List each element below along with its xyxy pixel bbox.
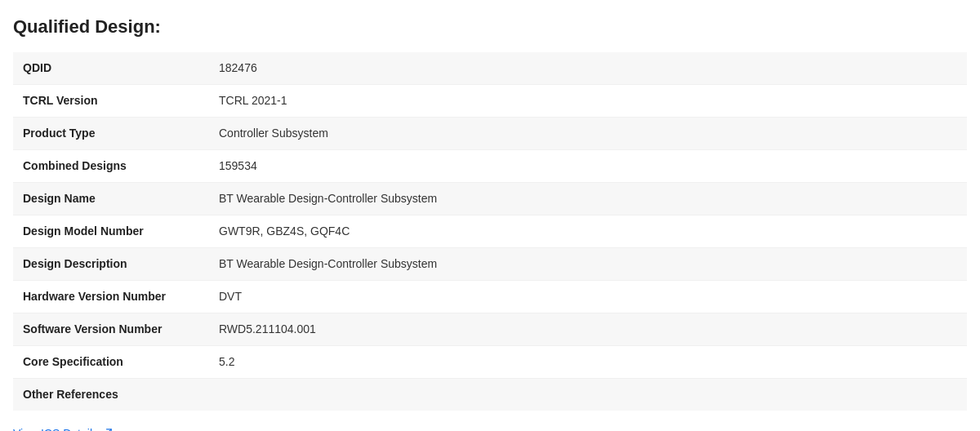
table-cell-label: TCRL Version	[13, 85, 209, 118]
table-cell-value	[209, 379, 967, 411]
table-cell-value: BT Wearable Design-Controller Subsystem	[209, 183, 967, 216]
table-row: Hardware Version NumberDVT	[13, 281, 967, 313]
table-cell-value: 159534	[209, 150, 967, 183]
table-cell-label: Software Version Number	[13, 313, 209, 346]
page-title: Qualified Design:	[13, 16, 967, 38]
qualified-design-table: QDID182476TCRL VersionTCRL 2021-1Product…	[13, 52, 967, 411]
table-row: Design DescriptionBT Wearable Design-Con…	[13, 248, 967, 281]
table-cell-value: BT Wearable Design-Controller Subsystem	[209, 248, 967, 281]
table-cell-label: Core Specification	[13, 346, 209, 379]
table-row: Other References	[13, 379, 967, 411]
table-row: Design NameBT Wearable Design-Controller…	[13, 183, 967, 216]
table-row: TCRL VersionTCRL 2021-1	[13, 85, 967, 118]
view-ics-link[interactable]: View ICS Details	[13, 427, 112, 431]
table-cell-value: Controller Subsystem	[209, 118, 967, 150]
table-cell-label: Product Type	[13, 118, 209, 150]
table-row: Software Version NumberRWD5.211104.001	[13, 313, 967, 346]
external-link-icon	[101, 429, 112, 432]
table-row: Product TypeController Subsystem	[13, 118, 967, 150]
table-cell-label: QDID	[13, 52, 209, 85]
view-ics-label: View ICS Details	[13, 427, 98, 431]
table-cell-value: GWT9R, GBZ4S, GQF4C	[209, 216, 967, 248]
view-ics-link-container: View ICS Details	[13, 424, 967, 431]
table-cell-value: 5.2	[209, 346, 967, 379]
table-cell-label: Design Name	[13, 183, 209, 216]
table-cell-label: Design Description	[13, 248, 209, 281]
table-row: Core Specification5.2	[13, 346, 967, 379]
table-cell-label: Combined Designs	[13, 150, 209, 183]
table-row: QDID182476	[13, 52, 967, 85]
table-cell-value: TCRL 2021-1	[209, 85, 967, 118]
table-cell-value: RWD5.211104.001	[209, 313, 967, 346]
table-cell-label: Hardware Version Number	[13, 281, 209, 313]
table-row: Design Model NumberGWT9R, GBZ4S, GQF4C	[13, 216, 967, 248]
table-cell-value: DVT	[209, 281, 967, 313]
table-cell-value: 182476	[209, 52, 967, 85]
table-cell-label: Other References	[13, 379, 209, 411]
table-row: Combined Designs159534	[13, 150, 967, 183]
table-cell-label: Design Model Number	[13, 216, 209, 248]
